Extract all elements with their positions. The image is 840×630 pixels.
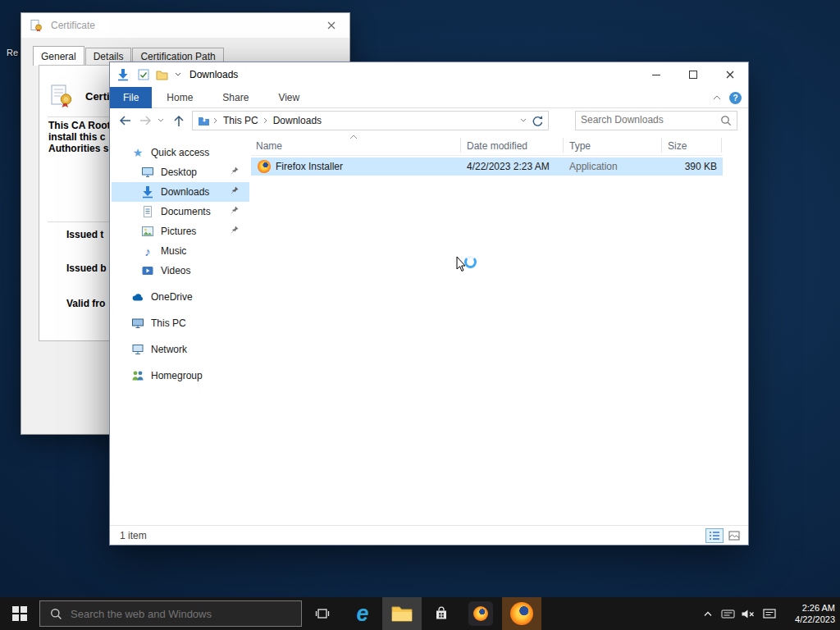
- column-header-date-modified[interactable]: Date modified: [467, 140, 527, 152]
- large-icons-view-icon[interactable]: [725, 528, 743, 543]
- firefox-taskbar-button[interactable]: [502, 597, 541, 630]
- taskbar: e 2:26 AM 4/22/2023: [0, 597, 840, 630]
- certificate-field-label: Issued b: [66, 262, 107, 274]
- edge-icon: e: [356, 603, 368, 625]
- documents-icon: [141, 205, 154, 218]
- tray-expand-button[interactable]: [699, 597, 717, 630]
- quick-access-toolbar: [138, 69, 181, 80]
- column-divider[interactable]: [460, 138, 461, 153]
- sidebar-item-downloads[interactable]: Downloads: [112, 182, 249, 202]
- close-icon[interactable]: [313, 13, 349, 38]
- music-icon: ♪: [141, 244, 154, 258]
- ribbon-tab-share[interactable]: Share: [208, 87, 263, 108]
- window-title: Downloads: [189, 69, 238, 80]
- sidebar-item-label: This PC: [151, 317, 186, 329]
- help-icon[interactable]: ?: [729, 92, 742, 104]
- sidebar-item-label: Documents: [161, 206, 211, 217]
- close-icon[interactable]: [711, 62, 748, 86]
- column-divider[interactable]: [721, 138, 722, 153]
- firefox-installer-taskbar-button[interactable]: [461, 597, 500, 630]
- desktop-icon-label[interactable]: Re: [7, 48, 18, 57]
- column-header-size[interactable]: Size: [668, 140, 687, 152]
- touch-keyboard-icon: [721, 608, 735, 619]
- ribbon-tab-file[interactable]: File: [110, 87, 152, 108]
- firefox-small-icon: [473, 606, 488, 621]
- recent-locations-chevron-icon[interactable]: [154, 111, 167, 130]
- ribbon-tab-home[interactable]: Home: [152, 87, 208, 108]
- start-button[interactable]: [0, 597, 39, 630]
- touch-keyboard-button[interactable]: [719, 597, 737, 630]
- refresh-icon[interactable]: [531, 115, 543, 127]
- ribbon: File Home Share View ?: [110, 87, 748, 108]
- sidebar-item-network[interactable]: Network: [112, 340, 249, 359]
- sidebar-item-label: Quick access: [151, 147, 209, 158]
- volume-button[interactable]: [738, 597, 756, 630]
- downloads-window-icon: [116, 68, 130, 81]
- search-icon: [50, 608, 62, 620]
- mouse-cursor: [456, 256, 468, 272]
- taskbar-search-box[interactable]: [39, 600, 302, 627]
- address-box[interactable]: This PC Downloads: [192, 111, 549, 130]
- sidebar-item-pictures[interactable]: Pictures: [112, 221, 249, 241]
- sidebar-item-label: Music: [161, 245, 186, 257]
- sidebar-item-label: Downloads: [161, 186, 209, 198]
- downloads-icon: [141, 185, 154, 199]
- navigation-pane: ★ Quick access Desktop Downloads: [110, 133, 251, 525]
- taskbar-clock[interactable]: 2:26 AM 4/22/2023: [795, 597, 835, 630]
- homegroup-icon: [131, 369, 144, 382]
- taskbar-search-input[interactable]: [71, 608, 284, 620]
- sidebar-item-homegroup[interactable]: Homegroup: [112, 366, 249, 386]
- sidebar-item-documents[interactable]: Documents: [112, 202, 249, 221]
- forward-icon[interactable]: [136, 111, 156, 130]
- edge-taskbar-button[interactable]: e: [343, 597, 382, 630]
- new-folder-icon[interactable]: [156, 70, 168, 80]
- pictures-icon: [141, 225, 154, 238]
- ribbon-tab-view[interactable]: View: [263, 87, 314, 108]
- certificate-field-label: Valid fro: [66, 298, 105, 309]
- action-center-button[interactable]: [760, 597, 779, 630]
- breadcrumb-this-pc[interactable]: This PC: [218, 115, 263, 126]
- explorer-titlebar[interactable]: Downloads: [110, 62, 748, 87]
- search-icon[interactable]: [720, 115, 732, 126]
- tab-general[interactable]: General: [33, 46, 84, 66]
- certificate-field-label: Issued t: [66, 229, 103, 240]
- pin-icon: [228, 225, 241, 238]
- task-view-button[interactable]: [304, 597, 341, 630]
- sidebar-item-desktop[interactable]: Desktop: [112, 162, 249, 182]
- sidebar-item-onedrive[interactable]: OneDrive: [112, 287, 249, 307]
- ribbon-collapse-chevron-icon[interactable]: [713, 95, 721, 101]
- search-input[interactable]: [576, 112, 715, 128]
- minimize-icon[interactable]: [637, 62, 674, 86]
- column-header-type[interactable]: Type: [569, 140, 591, 152]
- status-bar: 1 item: [110, 525, 748, 545]
- properties-icon[interactable]: [138, 69, 149, 80]
- sidebar-item-this-pc[interactable]: This PC: [112, 313, 249, 333]
- certificate-info-line: install this c: [48, 131, 105, 143]
- maximize-icon[interactable]: [674, 62, 711, 86]
- pin-icon: [228, 166, 241, 179]
- details-view-icon[interactable]: [705, 528, 724, 543]
- breadcrumb-downloads[interactable]: Downloads: [268, 115, 326, 126]
- column-divider[interactable]: [563, 138, 564, 153]
- up-icon[interactable]: [169, 111, 189, 130]
- sidebar-item-label: Pictures: [161, 226, 196, 237]
- file-explorer-taskbar-button[interactable]: [382, 597, 422, 630]
- column-header-name[interactable]: Name: [256, 140, 282, 152]
- back-icon[interactable]: [115, 111, 135, 130]
- certificate-title: Certificate: [51, 20, 95, 31]
- store-taskbar-button[interactable]: [422, 597, 461, 630]
- certificate-titlebar[interactable]: Certificate: [21, 13, 349, 38]
- qat-customize-chevron-icon[interactable]: [175, 72, 181, 77]
- file-row-firefox-installer[interactable]: Firefox Installer 4/22/2023 2:23 AM Appl…: [251, 158, 723, 176]
- item-count: 1 item: [120, 530, 147, 541]
- address-dropdown-chevron-icon[interactable]: [520, 118, 527, 123]
- address-bar: This PC Downloads: [110, 108, 748, 133]
- column-divider[interactable]: [661, 138, 662, 153]
- sidebar-item-quick-access[interactable]: ★ Quick access: [112, 143, 249, 162]
- search-box[interactable]: [575, 111, 737, 130]
- file-size: 390 KB: [645, 158, 717, 176]
- sidebar-item-music[interactable]: ♪ Music: [112, 241, 249, 261]
- sidebar-item-videos[interactable]: Videos: [112, 261, 249, 281]
- quick-access-icon: ★: [131, 146, 144, 159]
- explorer-window: Downloads File Home Share View ?: [109, 62, 749, 546]
